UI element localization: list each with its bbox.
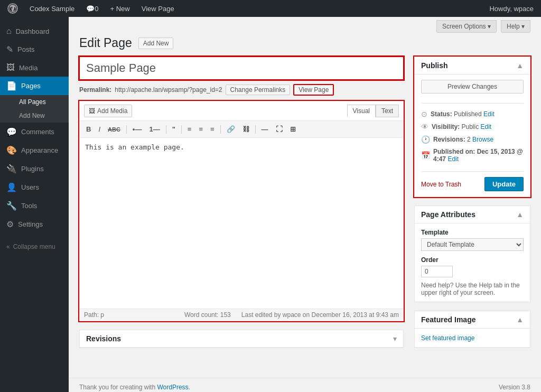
template-label: Template: [421, 229, 524, 236]
toolbar-link-button[interactable]: 🔗: [223, 123, 238, 135]
publish-body: Preview Changes ⊙ Status: Published Edit: [415, 74, 530, 197]
published-edit-link[interactable]: Edit: [447, 155, 459, 163]
toolbar-unlink-button[interactable]: ⛓: [239, 123, 253, 135]
published-label-wrap: Published on: Dec 15, 2013 @ 4:47 Edit: [433, 148, 524, 163]
help-button[interactable]: Help ▾: [501, 20, 530, 33]
appearance-icon: 🎨: [6, 145, 17, 155]
footer-version: Version 3.8: [499, 384, 530, 391]
visibility-icon: 👁: [421, 123, 428, 131]
publish-header[interactable]: Publish ▲: [415, 57, 530, 74]
status-row: ⊙ Status: Published Edit: [421, 108, 524, 120]
sidebar-item-all-pages[interactable]: All Pages: [13, 95, 69, 109]
revisions-browse-link[interactable]: Browse: [472, 136, 493, 143]
sidebar-item-settings[interactable]: ⚙ Settings: [0, 215, 69, 234]
path-label: Path: p: [84, 311, 104, 319]
add-media-button[interactable]: 🖼 Add Media: [84, 105, 132, 117]
toolbar-align-right-button[interactable]: ≡: [207, 123, 218, 135]
sidebar-item-comments[interactable]: 💬 Comments: [0, 123, 69, 141]
preview-changes-button[interactable]: Preview Changes: [421, 80, 524, 94]
add-new-page-button[interactable]: Add New: [138, 38, 174, 49]
page-attributes-toggle-icon: ▲: [516, 210, 524, 219]
toolbar-more-button[interactable]: —: [258, 123, 272, 135]
toolbar-italic-button[interactable]: I: [95, 123, 104, 135]
sidebar-item-add-new-page[interactable]: Add New: [13, 109, 69, 123]
side-panels: Publish ▲ Preview Changes ⊙ Status:: [414, 57, 530, 356]
view-page-adminbar-link[interactable]: View Page: [138, 0, 178, 17]
toolbar-separator-1: [126, 125, 127, 134]
sidebar-item-appearance[interactable]: 🎨 Appearance: [0, 141, 69, 160]
visibility-label-wrap: Visibility: Public Edit: [432, 123, 491, 130]
set-featured-image-link[interactable]: Set featured image: [421, 334, 474, 342]
comments-icon: 💬: [86, 5, 95, 13]
sidebar: ⌂ Dashboard ✎ Posts 🖼 Media 📄 Pages All …: [0, 17, 69, 392]
page-attributes-header[interactable]: Page Attributes ▲: [415, 206, 530, 223]
sidebar-item-media[interactable]: 🖼 Media: [0, 59, 69, 77]
template-select[interactable]: Default Template: [421, 238, 524, 251]
toolbar-bold-button[interactable]: B: [83, 123, 94, 135]
view-page-button[interactable]: View Page: [293, 84, 334, 96]
toolbar-fullscreen-button[interactable]: ⛶: [273, 123, 286, 135]
toolbar-separator-2: [166, 125, 166, 134]
revisions-header[interactable]: Revisions ▾: [80, 330, 403, 348]
change-permalinks-button[interactable]: Change Permalinks: [226, 85, 291, 95]
toolbar-align-center-button[interactable]: ≡: [195, 123, 206, 135]
sidebar-item-posts[interactable]: ✎ Posts: [0, 40, 69, 59]
order-input[interactable]: [421, 266, 453, 277]
post-body-wrap: Edit Page Add New Permalink: http://apac…: [69, 36, 541, 367]
wordpress-link[interactable]: WordPress.: [157, 384, 190, 391]
move-to-trash-link[interactable]: Move to Trash: [421, 181, 461, 188]
toolbar-separator-5: [255, 125, 256, 134]
footer: Thank you for creating with WordPress. V…: [69, 378, 541, 392]
publish-title: Publish: [421, 61, 448, 70]
tools-icon: 🔧: [6, 201, 17, 211]
sidebar-item-dashboard[interactable]: ⌂ Dashboard: [0, 22, 69, 40]
revisions-title: Revisions: [86, 334, 121, 343]
word-count-label: Word count: 153: [184, 311, 231, 319]
post-body: Permalink: http://apache.lan/wpsamp/?pag…: [79, 57, 530, 357]
featured-image-header[interactable]: Featured Image ▲: [415, 311, 530, 329]
update-button[interactable]: Update: [484, 177, 524, 191]
sidebar-item-pages[interactable]: 📄 Pages: [0, 77, 69, 95]
page-title-input[interactable]: [79, 57, 404, 80]
toolbar-align-left-button[interactable]: ≡: [184, 123, 195, 135]
howdy-user[interactable]: Howdy, wpace: [486, 0, 537, 17]
new-content-link[interactable]: + New: [107, 0, 133, 17]
wp-logo-icon[interactable]: [4, 0, 21, 17]
tab-text[interactable]: Text: [376, 105, 399, 117]
calendar-icon: 📅: [421, 151, 430, 160]
plugins-icon: 🔌: [6, 164, 17, 174]
toolbar-table-button[interactable]: ⊞: [287, 123, 299, 135]
site-name[interactable]: Codex Sample: [26, 0, 78, 17]
toolbar-strikethrough-button[interactable]: ABC: [105, 124, 124, 135]
admin-bar: Codex Sample 💬 0 + New View Page Howdy, …: [0, 0, 541, 17]
comments-link[interactable]: 💬 0: [83, 0, 101, 17]
revisions-box: Revisions ▾: [79, 330, 404, 348]
page-attributes-title: Page Attributes: [421, 210, 475, 219]
sidebar-item-plugins[interactable]: 🔌 Plugins: [0, 160, 69, 178]
toolbar-ul-button[interactable]: •—: [129, 123, 145, 135]
editor-toolbar: B I ABC •— 1— " ≡ ≡ ≡: [80, 121, 403, 138]
toolbar-blockquote-button[interactable]: ": [169, 123, 179, 135]
status-icon: ⊙: [421, 110, 427, 118]
collapse-menu-button[interactable]: « Collapse menu: [0, 239, 69, 255]
revisions-row: 🕐 Revisions: 2 Browse: [421, 133, 524, 146]
visibility-edit-link[interactable]: Edit: [481, 123, 492, 130]
toolbar-ol-button[interactable]: 1—: [146, 123, 163, 135]
status-edit-link[interactable]: Edit: [483, 110, 495, 118]
main-content: Screen Options ▾ Help ▾ Edit Page Add Ne…: [69, 17, 541, 392]
editor-column: Permalink: http://apache.lan/wpsamp/?pag…: [79, 57, 404, 357]
users-icon: 👤: [6, 182, 17, 192]
featured-image-body: Set featured image: [415, 329, 530, 347]
comments-menu-icon: 💬: [6, 127, 17, 137]
sidebar-item-users[interactable]: 👤 Users: [0, 178, 69, 197]
tab-visual[interactable]: Visual: [347, 105, 376, 117]
sidebar-item-tools[interactable]: 🔧 Tools: [0, 197, 69, 215]
revisions-clock-icon: 🕐: [421, 135, 430, 144]
page-attributes-box: Page Attributes ▲ Template Default Templ…: [414, 206, 530, 302]
screen-options-button[interactable]: Screen Options ▾: [436, 20, 497, 33]
pages-submenu: All Pages Add New: [0, 95, 69, 123]
featured-image-title: Featured Image: [421, 315, 475, 324]
collapse-icon: «: [6, 243, 10, 250]
publish-box: Publish ▲ Preview Changes ⊙ Status:: [414, 57, 530, 197]
editor-content[interactable]: This is an example page.: [80, 138, 403, 307]
